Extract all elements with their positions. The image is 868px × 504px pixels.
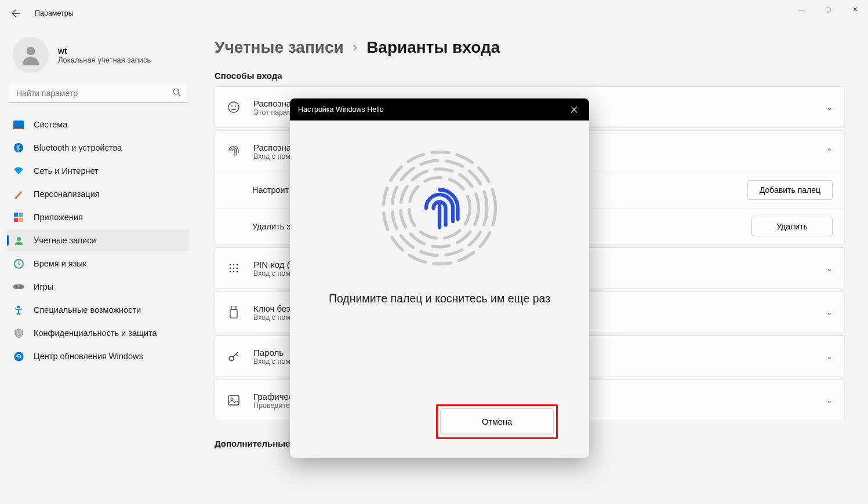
nav-label: Центр обновления Windows — [34, 352, 143, 361]
section-title-ways: Способы входа — [215, 71, 845, 81]
breadcrumb-parent[interactable]: Учетные записи — [215, 38, 344, 57]
close-icon — [571, 106, 578, 113]
cancel-button[interactable]: Отмена — [440, 408, 554, 435]
face-icon — [227, 100, 241, 114]
svg-point-15 — [20, 286, 21, 287]
search-wrap — [9, 83, 187, 103]
update-icon — [13, 350, 24, 362]
chevron-down-icon: ⌄ — [826, 396, 833, 405]
nav-label: Система — [34, 120, 67, 129]
svg-point-14 — [16, 286, 17, 287]
dialog-instruction: Поднимите палец и коснитесь им еще раз — [329, 292, 550, 305]
svg-point-1 — [173, 89, 179, 94]
fingerprint-icon — [227, 144, 241, 158]
chevron-down-icon: ⌄ — [826, 264, 833, 273]
chevron-up-icon: ⌃ — [826, 147, 833, 156]
chevron-down-icon: ⌄ — [826, 308, 833, 317]
nav-update[interactable]: Центр обновления Windows — [7, 345, 189, 367]
nav-gaming[interactable]: Игры — [7, 276, 189, 298]
nav-label: Bluetooth и устройства — [34, 143, 122, 152]
svg-point-23 — [237, 264, 238, 266]
breadcrumb: Учетные записи › Варианты входа — [215, 38, 845, 57]
svg-rect-31 — [230, 309, 237, 318]
svg-point-17 — [14, 352, 23, 361]
arrow-left-icon — [12, 9, 21, 18]
nav-label: Игры — [34, 282, 53, 291]
dialog-titlebar: Настройка Windows Hello — [290, 98, 589, 120]
nav-personalization[interactable]: Персонализация — [7, 183, 189, 205]
nav-label: Конфиденциальность и защита — [34, 328, 157, 338]
search-input[interactable] — [9, 83, 187, 103]
svg-point-29 — [237, 271, 238, 273]
key-icon — [227, 349, 241, 363]
dialog-close-button[interactable] — [561, 98, 587, 120]
nav-apps[interactable]: Приложения — [7, 206, 189, 228]
row-label: Настроит — [252, 185, 289, 195]
nav-network[interactable]: Сеть и Интернет — [7, 160, 189, 182]
nav-label: Персонализация — [34, 189, 100, 199]
nav-label: Время и язык — [34, 259, 86, 268]
nav-time[interactable]: Время и язык — [7, 253, 189, 275]
svg-rect-8 — [19, 213, 23, 217]
apps-icon — [13, 211, 24, 223]
nav-privacy[interactable]: Конфиденциальность и защита — [7, 322, 189, 344]
user-name: wt — [58, 46, 151, 56]
nav-accounts[interactable]: Учетные записи — [7, 229, 189, 251]
system-icon — [13, 119, 24, 130]
nav-label: Специальные возможности — [34, 305, 141, 315]
nav-bluetooth[interactable]: Bluetooth и устройства — [7, 137, 189, 159]
shield-icon — [13, 327, 24, 339]
user-block[interactable]: wt Локальная учетная запись — [5, 32, 191, 83]
gamepad-icon — [13, 281, 24, 293]
svg-point-19 — [231, 105, 233, 107]
image-icon — [227, 393, 241, 407]
minimize-button[interactable]: — — [788, 0, 815, 19]
svg-point-6 — [14, 197, 17, 199]
dialog-body: Поднимите палец и коснитесь им еще раз О… — [290, 120, 589, 458]
nav-label: Сеть и Интернет — [34, 166, 99, 176]
bluetooth-icon — [13, 142, 24, 154]
window-controls: — ▢ ✕ — [788, 0, 868, 19]
svg-point-28 — [233, 271, 235, 273]
pin-icon — [227, 261, 241, 275]
maximize-button[interactable]: ▢ — [815, 0, 841, 19]
nav-accessibility[interactable]: Специальные возможности — [7, 299, 189, 321]
accessibility-icon — [13, 304, 24, 316]
nav-label: Учетные записи — [34, 236, 96, 245]
chevron-down-icon: ⌄ — [826, 103, 833, 112]
nav-system[interactable]: Система — [7, 114, 189, 136]
svg-rect-7 — [14, 213, 18, 217]
fingerprint-graphic — [379, 147, 500, 269]
svg-rect-9 — [14, 218, 18, 222]
back-button[interactable] — [9, 6, 23, 20]
titlebar: Параметры — [0, 0, 868, 27]
svg-point-18 — [228, 102, 239, 112]
sidebar: wt Локальная учетная запись Система Blue… — [0, 27, 196, 504]
clock-icon — [13, 258, 24, 269]
svg-point-27 — [230, 271, 231, 273]
svg-line-2 — [178, 94, 180, 96]
wifi-icon — [13, 165, 24, 177]
user-type: Локальная учетная запись — [58, 56, 151, 64]
close-window-button[interactable]: ✕ — [841, 0, 868, 19]
fingerprint-large-icon — [379, 147, 500, 269]
windows-hello-dialog: Настройка Windows Hello — [290, 98, 589, 458]
usb-key-icon — [227, 305, 241, 319]
breadcrumb-separator: › — [353, 40, 357, 55]
window-title: Параметры — [35, 9, 74, 17]
svg-point-0 — [27, 47, 35, 56]
delete-finger-button[interactable]: Удалить — [751, 217, 833, 236]
avatar — [13, 37, 49, 73]
nav-label: Приложения — [34, 213, 83, 222]
nav-list: Система Bluetooth и устройства Сеть и Ин… — [5, 114, 191, 367]
svg-point-16 — [17, 305, 20, 308]
svg-rect-3 — [13, 120, 24, 127]
user-icon — [19, 43, 43, 67]
svg-point-26 — [237, 268, 238, 269]
svg-rect-13 — [13, 284, 24, 289]
svg-rect-10 — [19, 218, 23, 222]
svg-point-24 — [230, 268, 231, 269]
add-finger-button[interactable]: Добавить палец — [747, 180, 833, 200]
dialog-title: Настройка Windows Hello — [298, 105, 384, 114]
search-icon — [172, 88, 181, 99]
